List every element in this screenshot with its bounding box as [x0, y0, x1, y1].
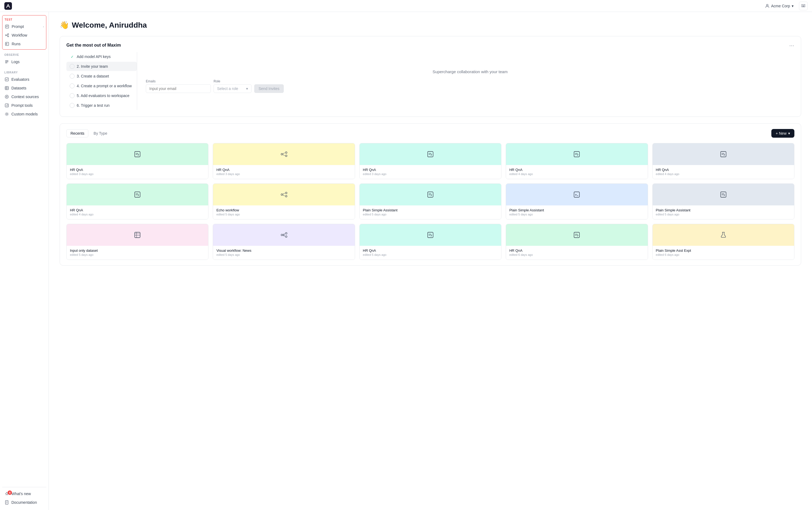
card-item[interactable]: Plain Simple Asst Expt edited 6 days ago	[652, 224, 794, 260]
svg-point-14	[5, 95, 8, 98]
card-thumbnail	[360, 184, 501, 205]
onboarding-menu-button[interactable]: ⋯	[788, 42, 795, 49]
svg-rect-25	[574, 151, 579, 157]
layout: TEST Prompt › Workflow Runs	[0, 12, 812, 510]
card-thumbnail	[67, 224, 208, 246]
role-chevron: ▾	[246, 86, 248, 91]
onboarding-content: ✓ Add model API keys 2. Invite your team…	[66, 52, 794, 110]
card-item[interactable]: HR QnA edited 3 days ago	[66, 143, 208, 179]
onboarding-title: Get the most out of Maxim	[66, 43, 794, 48]
step-create-dataset[interactable]: 3. Create a dataset	[66, 71, 137, 81]
card-thumbnail	[506, 143, 647, 165]
card-item[interactable]: Echo workflow edited 5 days ago	[213, 183, 355, 219]
card-thumbnail	[360, 224, 501, 246]
cards-grid: HR QnA edited 3 days ago HR QnA edited 3…	[66, 143, 794, 260]
card-title: Plain Simple Asst Expt	[656, 248, 791, 252]
sidebar-item-logs[interactable]: Logs	[2, 57, 46, 66]
step-invite-team[interactable]: 2. Invite your team	[66, 62, 137, 71]
svg-rect-16	[5, 104, 8, 107]
tab-by-type[interactable]: By Type	[89, 129, 111, 138]
svg-rect-43	[574, 232, 579, 238]
card-item[interactable]: HR QnA edited 5 days ago	[359, 224, 501, 260]
new-button[interactable]: + New ▾	[771, 129, 794, 138]
role-select[interactable]: Select a role ▾	[213, 84, 252, 93]
sidebar-item-workflow[interactable]: Workflow	[2, 31, 46, 39]
tab-recents[interactable]: Recents	[66, 129, 88, 138]
card-body: HR QnA edited 3 days ago	[67, 165, 208, 179]
card-type-icon	[280, 150, 288, 158]
step-trigger-run-label: 6. Trigger a test run	[77, 103, 110, 108]
email-input[interactable]	[146, 84, 211, 93]
card-title: HR QnA	[656, 168, 791, 172]
card-thumbnail	[506, 224, 647, 246]
step-add-evaluators[interactable]: 5. Add evaluators to workspace	[66, 91, 137, 100]
main-content: 👋 Welcome, Aniruddha Get the most out of…	[49, 12, 812, 510]
card-item[interactable]: HR QnA edited 6 days ago	[506, 224, 648, 260]
card-type-icon	[280, 231, 288, 239]
card-item[interactable]: HR QnA edited 4 days ago	[506, 143, 648, 179]
test-section: TEST Prompt › Workflow Runs	[2, 15, 46, 50]
card-subtitle: edited 6 days ago	[656, 253, 791, 257]
card-item[interactable]: Plain Simple Assistant edited 5 days ago	[652, 183, 794, 219]
card-item[interactable]: Input only dataset edited 5 days ago	[66, 224, 208, 260]
card-item[interactable]: HR QnA edited 4 days ago	[66, 183, 208, 219]
card-thumbnail	[213, 143, 354, 165]
role-field-group: Role Select a role ▾	[213, 80, 252, 93]
card-title: HR QnA	[509, 168, 644, 172]
settings-button[interactable]	[799, 2, 808, 10]
sidebar-item-custom-models[interactable]: Custom models	[2, 110, 46, 118]
card-type-icon	[572, 231, 581, 239]
card-title: Echo workflow	[216, 208, 351, 212]
card-body: HR QnA edited 5 days ago	[360, 246, 501, 260]
card-item[interactable]: HR QnA edited 3 days ago	[213, 143, 355, 179]
sidebar-item-whats-new[interactable]: What's new 4	[2, 489, 46, 498]
sidebar-item-prompt[interactable]: Prompt ›	[2, 22, 46, 31]
card-item[interactable]: Visual workflow: News edited 5 days ago	[213, 224, 355, 260]
onboarding-card: Get the most out of Maxim ⋯ ✓ Add model …	[60, 36, 801, 117]
send-invites-button[interactable]: Send Invites	[254, 84, 284, 93]
topbar: Acme Corp ▾	[0, 0, 812, 12]
step-trigger-run[interactable]: 6. Trigger a test run	[66, 101, 137, 110]
runs-icon	[5, 41, 9, 46]
sidebar-item-prompt-tools[interactable]: Prompt tools	[2, 101, 46, 110]
card-thumbnail	[213, 184, 354, 205]
svg-rect-20	[135, 151, 140, 157]
card-title: Plain Simple Assistant	[656, 208, 791, 212]
settings-icon	[801, 4, 806, 8]
card-item[interactable]: Plain Simple Assistant edited 5 days ago	[359, 183, 501, 219]
sidebar-item-context-sources-label: Context sources	[11, 95, 39, 99]
sidebar-item-custom-models-label: Custom models	[11, 112, 38, 116]
step-api-keys[interactable]: ✓ Add model API keys	[66, 52, 137, 61]
step-create-prompt[interactable]: 4. Create a prompt or a workflow	[66, 81, 137, 91]
card-subtitle: edited 5 days ago	[363, 253, 498, 257]
step-check-6	[70, 103, 75, 108]
card-type-icon	[719, 190, 728, 199]
sidebar-item-datasets[interactable]: Datasets	[2, 84, 46, 92]
card-item[interactable]: HR QnA edited 3 days ago	[359, 143, 501, 179]
card-body: Plain Simple Assistant edited 5 days ago	[506, 205, 647, 219]
card-subtitle: edited 3 days ago	[363, 172, 498, 176]
workspace-selector[interactable]: Acme Corp ▾	[763, 3, 796, 9]
sidebar-item-evaluators[interactable]: Evaluators	[2, 75, 46, 84]
card-thumbnail	[652, 224, 794, 246]
svg-point-17	[6, 113, 8, 115]
email-label: Emails	[146, 80, 211, 83]
step-check-empty	[70, 64, 75, 69]
recents-section: Recents By Type + New ▾ HR QnA edited 3 …	[60, 123, 801, 266]
sidebar-item-documentation[interactable]: Documentation	[2, 498, 46, 507]
card-subtitle: edited 5 days ago	[363, 213, 498, 216]
sidebar-item-runs-label: Runs	[12, 42, 21, 46]
card-item[interactable]: HR QnA edited 4 days ago	[652, 143, 794, 179]
svg-rect-42	[428, 232, 433, 238]
step-check-5	[70, 93, 75, 98]
card-subtitle: edited 5 days ago	[70, 253, 205, 257]
card-type-icon	[426, 231, 435, 239]
card-type-icon	[133, 150, 142, 158]
card-thumbnail	[360, 143, 501, 165]
sidebar-item-context-sources[interactable]: Context sources	[2, 92, 46, 101]
sidebar-item-runs[interactable]: Runs	[2, 39, 46, 48]
new-btn-label: + New	[776, 131, 786, 136]
step-create-prompt-label: 4. Create a prompt or a workflow	[77, 84, 132, 88]
sidebar-bottom: What's new 4 Documentation	[2, 487, 46, 507]
card-item[interactable]: Plain Simple Assistant edited 5 days ago	[506, 183, 648, 219]
